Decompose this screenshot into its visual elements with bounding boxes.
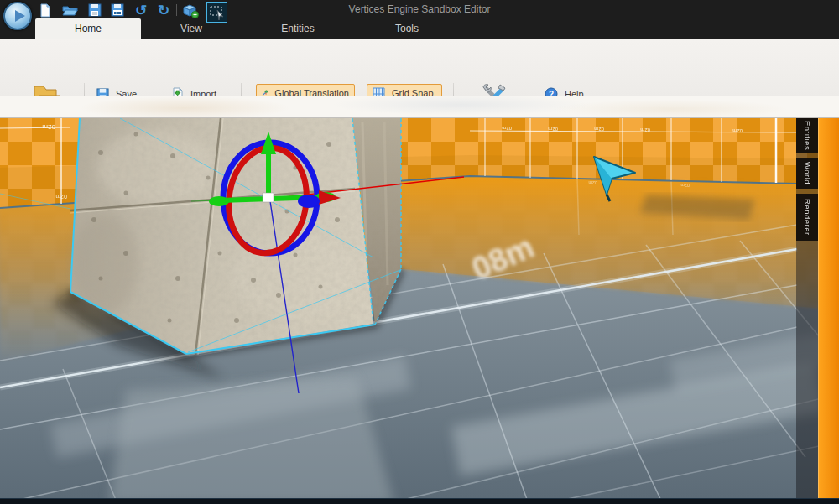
side-tab-renderer[interactable]: Renderer [796,194,818,241]
near-wall-column [818,118,839,498]
svg-text:02m: 02m [588,180,597,185]
side-tab-entities[interactable]: Entities [796,118,818,153]
cube-floor-reflection [109,377,394,504]
svg-text:02m: 02m [548,127,558,132]
scene-canvas[interactable]: 02m 02m 02m 02m 02m 02m 02m 02m 02m [0,118,839,504]
play-icon [15,10,25,22]
side-dock-strip: Entities World Renderer [796,118,818,498]
svg-text:I: I [116,11,117,15]
svg-text:02m: 02m [680,183,690,188]
side-tab-world[interactable]: World [796,158,818,189]
ribbon-lower-strip [0,96,839,118]
open-file-button[interactable] [61,3,78,18]
window-title: Vertices Engine Sandbox Editor [252,3,587,15]
svg-text:02m: 02m [640,127,650,132]
quickbar-separator [176,4,177,16]
save-as-icon: I [111,3,124,17]
add-entity-button[interactable] [182,3,199,18]
add-entity-icon [182,3,199,18]
z-axis-cone-blue[interactable] [298,195,320,208]
new-document-icon [39,3,52,18]
tab-entities[interactable]: Entities [248,18,348,39]
svg-text:02m: 02m [594,127,604,132]
viewport-3d[interactable]: 02m 02m 02m 02m 02m 02m 02m 02m 02m [0,118,839,504]
svg-text:02m: 02m [42,123,55,131]
tab-home[interactable]: Home [35,18,141,39]
save-icon [88,3,102,17]
save-quick-button[interactable] [86,3,103,18]
undo-button[interactable]: ↺ [133,3,149,18]
svg-text:02m: 02m [732,128,743,133]
gizmo-center-handle[interactable] [263,193,274,202]
title-bar: I ↺ ↻ Vertices Engine Sandbox Editor Hom… [0,0,839,39]
viewport-bottom-bar [0,498,839,504]
tab-view[interactable]: View [141,18,242,39]
quickbar-separator [128,4,128,16]
redo-button[interactable]: ↻ [155,3,172,18]
redo-icon: ↻ [158,3,169,18]
tab-tools[interactable]: Tools [357,18,457,39]
new-file-button[interactable] [37,3,54,18]
save-as-quick-button[interactable]: I [109,3,126,18]
application-window: I ↺ ↻ Vertices Engine Sandbox Editor Hom… [0,0,839,504]
svg-text:02m: 02m [55,194,67,200]
run-game-button[interactable] [3,2,32,30]
ribbon: Open Save Save As Import [0,39,839,96]
open-folder-icon [62,3,78,17]
svg-text:02m: 02m [502,126,512,131]
undo-icon: ↺ [135,3,147,18]
